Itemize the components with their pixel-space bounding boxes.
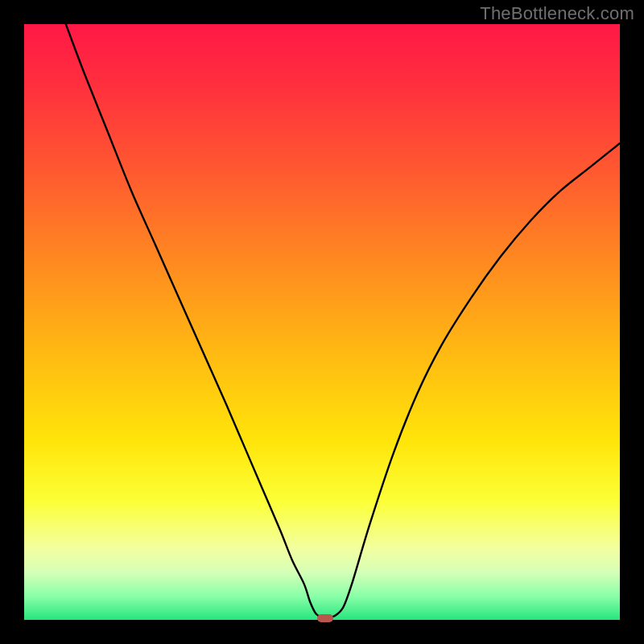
optimal-point-marker [317,614,333,622]
chart-frame: TheBottleneck.com [0,0,644,644]
bottleneck-curve [24,24,620,620]
plot-area [24,24,620,620]
watermark-text: TheBottleneck.com [480,3,634,24]
